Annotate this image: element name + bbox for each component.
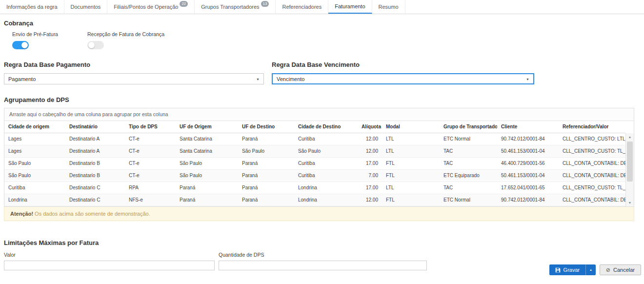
dps-table: Cidade de origemDestinatárioTipo de DPSU… xyxy=(4,121,625,206)
table-cell: Paraná xyxy=(238,194,294,206)
table-cell: 90.742.012/0001-84 xyxy=(497,194,559,206)
table-cell: NFS-e xyxy=(125,194,176,206)
table-cell: CLL_CENTRO_CUSTO: TL_DIST xyxy=(559,182,625,194)
tab-documentos[interactable]: Documentos xyxy=(64,0,108,14)
table-cell: CT-e xyxy=(125,158,176,170)
save-button[interactable]: Gravar ▴ xyxy=(549,264,596,275)
table-cell: ETC Equiparado xyxy=(440,170,497,182)
table-cell: RPA xyxy=(125,182,176,194)
table-row[interactable]: São PauloDestinatario BCT-eSão PauloPara… xyxy=(4,170,625,182)
column-header-destinatario[interactable]: Destinatário xyxy=(65,121,125,133)
column-header-aliquota[interactable]: Alíquota xyxy=(358,121,382,133)
scroll-down-icon[interactable]: ▼ xyxy=(626,199,634,206)
column-header-cliente[interactable]: Cliente xyxy=(497,121,559,133)
valor-input[interactable] xyxy=(4,261,215,270)
limitacoes-title: Limitações Máximas por Fatura xyxy=(4,239,640,246)
cobranca-title: Cobrança xyxy=(4,20,640,27)
table-scrollbar[interactable]: ▲ ▼ xyxy=(625,133,634,206)
regra-pagamento-group: Regra Data Base Pagamento Pagamento ▼ xyxy=(4,61,264,84)
quantidade-label: Quantidade de DPS xyxy=(219,252,427,258)
table-cell: Curitiba xyxy=(294,133,358,145)
regra-vencimento-select[interactable]: Vencimento xyxy=(273,75,533,84)
tab-badge: 22 xyxy=(180,1,188,7)
cancel-button[interactable]: ⊘ Cancelar xyxy=(600,264,641,275)
table-cell: Destinatario C xyxy=(65,194,125,206)
table-cell: LTL xyxy=(382,133,440,145)
section-cobranca: Cobrança Envio de Pré-FaturaRecepção de … xyxy=(4,20,640,49)
column-header-tipo-de-dps[interactable]: Tipo de DPS xyxy=(125,121,176,133)
save-button-main[interactable]: Gravar xyxy=(549,264,586,275)
column-header-modal[interactable]: Modal xyxy=(382,121,440,133)
tab-label: Documentos xyxy=(71,4,101,10)
table-cell: Santa Catarina xyxy=(176,145,238,158)
table-cell: CLL_CONTA_CONTABIL: DEPART_A xyxy=(559,194,625,206)
table-cell: CT-e xyxy=(125,133,176,145)
tab-filiais-pontos-de-operacao[interactable]: Filiais/Pontos de Operação22 xyxy=(107,0,195,14)
regra-pagamento-select[interactable]: Pagamento xyxy=(4,74,263,84)
tab-label: Referenciadores xyxy=(282,4,322,10)
quantidade-field-group: Quantidade de DPS xyxy=(219,252,427,270)
table-cell: Paraná xyxy=(238,158,294,170)
table-cell: Destinatario B xyxy=(65,170,125,182)
column-header-uf-de-destino[interactable]: UF de Destino xyxy=(238,121,294,133)
table-cell: LTL xyxy=(382,182,440,194)
table-cell: 17.652.041/0001-65 xyxy=(497,182,559,194)
tab-resumo[interactable]: Resumo xyxy=(372,0,405,14)
table-row[interactable]: LagesDestinatario ACT-eSanta CatarinaSão… xyxy=(4,145,625,158)
table-cell: 17.00 xyxy=(358,182,382,194)
table-cell: Destinatario C xyxy=(65,182,125,194)
scroll-up-icon[interactable]: ▲ xyxy=(626,133,634,141)
table-cell: Curitiba xyxy=(4,182,65,194)
toggle-label: Envio de Pré-Fatura xyxy=(12,31,58,37)
table-cell: Paraná xyxy=(176,182,238,194)
table-cell: TAC xyxy=(440,182,497,194)
tab-grupos-transportadores[interactable]: Grupos Transportadores13 xyxy=(195,0,276,14)
table-cell: FTL xyxy=(382,170,440,182)
toggle-recepcao-de-fatura-de-cobranca[interactable] xyxy=(87,41,104,49)
cobranca-toggles: Envio de Pré-FaturaRecepção de Fatura de… xyxy=(12,31,640,49)
warning-text: Os dados acima são somente de demonstraç… xyxy=(33,211,150,217)
dps-grid: Arraste aqui o cabeçalho de uma coluna p… xyxy=(4,108,634,207)
regra-pagamento-select-wrap: Pagamento ▼ xyxy=(4,73,264,84)
scrollbar-thumb[interactable] xyxy=(627,142,633,182)
toggle-knob xyxy=(21,42,28,48)
tab-informacoes-da-regra[interactable]: Informações da regra xyxy=(0,0,64,14)
tab-label: Grupos Transportadores xyxy=(201,4,259,10)
table-cell: LTL xyxy=(382,145,440,158)
table-cell: CLL_CONTA_CONTABIL: DEPART_B xyxy=(559,170,625,182)
table-cell: Curitiba xyxy=(294,158,358,170)
column-header-grupo-de-transportador[interactable]: Grupo de Transportador xyxy=(440,121,497,133)
group-drop-zone[interactable]: Arraste aqui o cabeçalho de uma coluna p… xyxy=(4,108,634,121)
table-cell: ETC Normal xyxy=(440,133,497,145)
agrupamento-title: Agrupamento de DPS xyxy=(4,96,640,103)
column-header-referenciador-valor[interactable]: Referenciador/Valor xyxy=(559,121,625,133)
tab-referenciadores[interactable]: Referenciadores xyxy=(276,0,328,14)
toggle-group-envio-de-pre-fatura: Envio de Pré-Fatura xyxy=(12,31,58,49)
table-cell: São Paulo xyxy=(176,170,238,182)
table-cell: CT-e xyxy=(125,170,176,182)
tab-bar: Informações da regraDocumentosFiliais/Po… xyxy=(0,0,644,14)
column-header-uf-de-origem[interactable]: UF de Origem xyxy=(176,121,238,133)
toggle-envio-de-pre-fatura[interactable] xyxy=(12,41,29,49)
table-row[interactable]: CuritibaDestinatario CRPAParanáParanáLon… xyxy=(4,182,625,194)
table-cell: Paraná xyxy=(238,182,294,194)
table-cell: CT-e xyxy=(125,145,176,158)
table-cell: Destinatario A xyxy=(65,145,125,158)
column-header-cidade-de-destino[interactable]: Cidade de Destino xyxy=(294,121,358,133)
save-dropdown-caret-icon[interactable]: ▴ xyxy=(586,264,596,275)
table-cell: Londrina xyxy=(294,194,358,206)
table-row[interactable]: LondrinaDestinatario CNFS-eParanáParanáL… xyxy=(4,194,625,206)
faturamento-page: Informações da regraDocumentosFiliais/Po… xyxy=(0,0,644,284)
table-cell: FTL xyxy=(382,158,440,170)
table-cell: São Paulo xyxy=(176,158,238,170)
quantidade-dps-input[interactable] xyxy=(219,261,427,270)
warning-bold: Atenção! xyxy=(10,211,33,217)
table-cell: 50.461.153/0001-04 xyxy=(497,145,559,158)
tab-faturamento[interactable]: Faturamento xyxy=(328,0,372,14)
table-cell: Destinatario B xyxy=(65,158,125,170)
table-row[interactable]: LagesDestinatario ACT-eSanta CatarinaPar… xyxy=(4,133,625,145)
table-row[interactable]: São PauloDestinatario BCT-eSão PauloPara… xyxy=(4,158,625,170)
regra-vencimento-select-wrap: Vencimento ▼ xyxy=(272,73,534,84)
demo-warning: Atenção! Os dados acima são somente de d… xyxy=(4,207,634,221)
column-header-cidade-de-origem[interactable]: Cidade de origem xyxy=(4,121,65,133)
